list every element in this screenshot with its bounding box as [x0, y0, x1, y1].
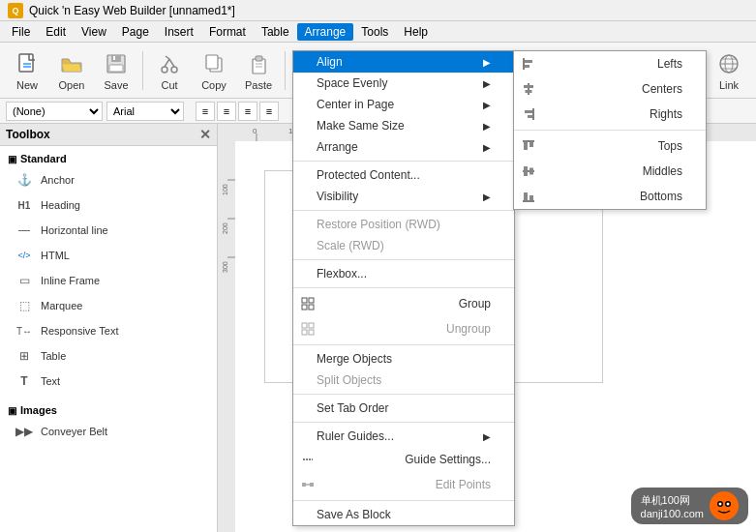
inline-frame-label: Inline Frame — [41, 275, 100, 286]
cut-button[interactable]: Cut — [148, 46, 191, 95]
toolbox-item-table[interactable]: ⊞ Table — [0, 343, 217, 369]
svg-rect-67 — [524, 85, 533, 88]
arrange-sep-5 — [293, 344, 514, 345]
arrange-menu-guide-settings[interactable]: Guide Settings... — [293, 447, 514, 472]
svg-rect-13 — [206, 55, 218, 69]
svg-rect-79 — [524, 192, 528, 200]
new-button[interactable]: New — [6, 46, 48, 95]
style-select[interactable]: (None) — [6, 102, 103, 121]
arrange-menu-visibility[interactable]: Visibility ▶ — [293, 186, 514, 207]
svg-rect-53 — [302, 305, 307, 310]
arrange-menu-split-objects[interactable]: Split Objects — [293, 369, 514, 391]
toolbox-item-horizontal-line[interactable]: — Horizontal line — [0, 218, 217, 243]
svg-rect-73 — [524, 142, 528, 150]
align-left-button[interactable]: ≡ — [196, 102, 215, 121]
arrange-menu-edit-points[interactable]: Edit Points — [293, 472, 514, 497]
arrange-menu-arrange[interactable]: Arrange ▶ — [293, 136, 514, 158]
arrange-menu-save-as-block[interactable]: Save As Block — [293, 504, 514, 525]
arrange-menu-align[interactable]: Align ▶ — [293, 51, 514, 73]
align-lefts[interactable]: Lefts — [514, 51, 706, 76]
toolbox-item-heading[interactable]: H1 Heading — [0, 192, 217, 218]
align-right-button[interactable]: ≡ — [238, 102, 257, 121]
horizontal-line-label: Horizontal line — [41, 224, 108, 236]
menu-page[interactable]: Page — [114, 23, 157, 41]
toolbox-close-button[interactable]: ✕ — [199, 127, 211, 142]
align-centers[interactable]: Centers — [514, 76, 706, 102]
align-tops[interactable]: Tops — [514, 133, 706, 159]
arrange-menu-ungroup[interactable]: Ungroup — [293, 316, 514, 341]
svg-line-11 — [166, 56, 169, 59]
link-icon — [715, 50, 742, 77]
arrange-sub-label: Arrange — [317, 140, 358, 154]
toolbox-item-conveyer-belt[interactable]: ▶▶ Conveyer Belt — [0, 419, 217, 444]
toolbox-item-html[interactable]: </> HTML — [0, 243, 217, 268]
arrange-menu-center-in-page[interactable]: Center in Page ▶ — [293, 94, 514, 115]
align-rights-icon — [520, 105, 537, 123]
menu-help[interactable]: Help — [396, 23, 436, 41]
toolbox-item-anchor[interactable]: ⚓ Anchor — [0, 167, 217, 192]
arrange-menu-flexbox[interactable]: Flexbox... — [293, 263, 514, 284]
link-button[interactable]: Link — [708, 46, 750, 95]
menu-edit[interactable]: Edit — [38, 23, 74, 41]
open-icon — [58, 50, 85, 77]
table-label: Table — [41, 350, 66, 362]
arrange-sep-2 — [293, 210, 514, 211]
arrange-menu-space-evenly[interactable]: Space Evenly ▶ — [293, 73, 514, 94]
new-icon — [14, 50, 41, 77]
align-middles[interactable]: Middles — [514, 159, 706, 184]
menu-table[interactable]: Table — [254, 23, 297, 41]
arrange-menu-group[interactable]: Group — [293, 291, 514, 316]
group-label: Group — [459, 297, 491, 310]
arrange-menu-protected-content[interactable]: Protected Content... — [293, 164, 514, 186]
responsive-text-label: Responsive Text — [41, 325, 119, 337]
protected-content-label: Protected Content... — [317, 168, 420, 182]
text-label: Text — [41, 375, 60, 387]
font-select[interactable]: Arial — [106, 102, 184, 121]
svg-rect-76 — [524, 166, 528, 176]
menu-view[interactable]: View — [74, 23, 114, 41]
conveyer-belt-label: Conveyer Belt — [41, 426, 107, 437]
paste-button[interactable]: Paste — [237, 46, 280, 95]
toolbox-item-marquee[interactable]: ⬚ Marquee — [0, 293, 217, 318]
align-bottoms[interactable]: Bottoms — [514, 184, 706, 209]
menu-tools[interactable]: Tools — [353, 23, 396, 41]
arrange-sep-3 — [293, 259, 514, 260]
toolbox-content: ▣ Standard ⚓ Anchor H1 Heading — Horizon… — [0, 146, 217, 532]
menu-file[interactable]: File — [4, 23, 38, 41]
svg-point-7 — [162, 67, 167, 73]
table-icon: ⊞ — [15, 347, 33, 365]
svg-rect-65 — [525, 65, 529, 68]
menu-format[interactable]: Format — [201, 23, 254, 41]
copy-button[interactable]: Copy — [193, 46, 235, 95]
align-submenu-arrow: ▶ — [483, 57, 491, 68]
open-button[interactable]: Open — [50, 46, 93, 95]
menu-arrange[interactable]: Arrange — [297, 23, 354, 41]
arrange-menu-ruler-guides[interactable]: Ruler Guides... ▶ — [293, 426, 514, 447]
ruler-guides-label: Ruler Guides... — [317, 429, 394, 443]
save-button[interactable]: Save — [95, 46, 137, 95]
arrange-menu-make-same-size[interactable]: Make Same Size ▶ — [293, 115, 514, 136]
toolbox-section-standard-header[interactable]: ▣ Standard — [0, 150, 217, 167]
arrange-menu-set-tab-order[interactable]: Set Tab Order — [293, 398, 514, 419]
anchor-label: Anchor — [41, 174, 75, 186]
guide-settings-label: Guide Settings... — [405, 453, 491, 466]
bottoms-label: Bottoms — [640, 190, 682, 203]
toolbox-item-responsive-text[interactable]: T↔ Responsive Text — [0, 318, 217, 343]
save-label: Save — [104, 79, 128, 91]
toolbox-item-inline-frame[interactable]: ▭ Inline Frame — [0, 268, 217, 293]
align-tops-icon — [520, 137, 537, 155]
set-tab-order-label: Set Tab Order — [317, 401, 388, 415]
guide-settings-icon — [299, 451, 317, 468]
toolbox: Toolbox ✕ ▣ Standard ⚓ Anchor H1 Heading — [0, 124, 218, 532]
cut-icon — [156, 50, 183, 77]
align-rights[interactable]: Rights — [514, 102, 706, 127]
menu-insert[interactable]: Insert — [157, 23, 201, 41]
space-evenly-arrow: ▶ — [483, 78, 491, 89]
align-center-button[interactable]: ≡ — [217, 102, 236, 121]
arrange-menu-scale-rwd[interactable]: Scale (RWD) — [293, 235, 514, 256]
toolbox-item-text[interactable]: T Text — [0, 369, 217, 394]
toolbox-section-images-header[interactable]: ▣ Images — [0, 401, 217, 419]
arrange-menu-restore-position[interactable]: Restore Position (RWD) — [293, 214, 514, 235]
align-justify-button[interactable]: ≡ — [259, 102, 279, 121]
arrange-menu-merge-objects[interactable]: Merge Objects — [293, 348, 514, 369]
